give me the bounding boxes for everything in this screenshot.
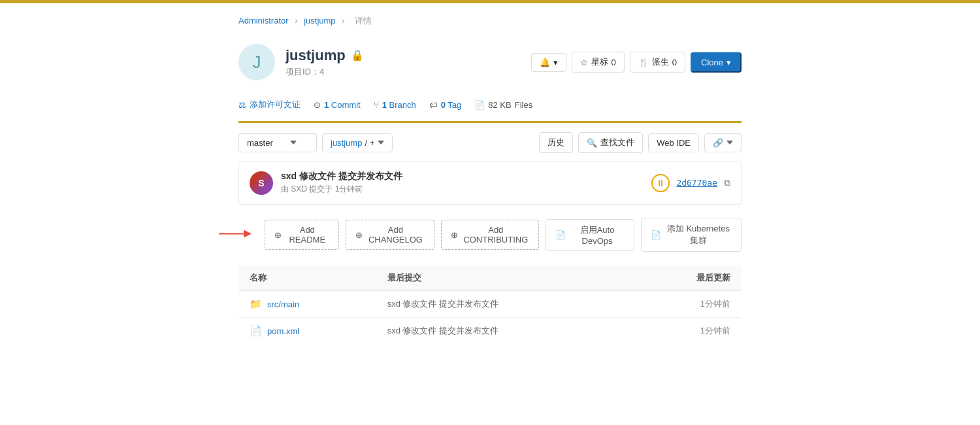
license-stat: ⚖ 添加许可文证 [238, 99, 301, 110]
table-row: 📄 pom.xml sxd 修改文件 提交并发布文件 1分钟前 [239, 318, 742, 345]
breadcrumb: Administrator › justjump › 详情 [0, 3, 980, 33]
add-kubernetes-button[interactable]: 📄 添加 Kubernetes 集群 [641, 218, 742, 252]
size-value: 82 KB [488, 100, 511, 110]
add-readme-label: Add README [286, 225, 329, 245]
commit-msg-srcmain: sxd 修改文件 提交并发布文件 [377, 291, 634, 318]
fork-button[interactable]: 🍴 派生 0 [630, 52, 685, 73]
star-label: 星标 [591, 56, 608, 68]
col-updated: 最后更新 [634, 265, 741, 291]
notify-dropdown-icon: ▾ [553, 58, 558, 67]
webide-button[interactable]: Web IDE [648, 133, 699, 152]
clone-button[interactable]: Clone ▾ [691, 52, 742, 73]
size-stat: 📄 82 KB Files [474, 100, 532, 110]
table-row: 📁 src/main sxd 修改文件 提交并发布文件 1分钟前 [239, 291, 742, 318]
branches-count: 1 [382, 100, 387, 110]
commit-info-bar: S sxd 修改文件 提交并发布文件 由 SXD 提交于 1分钟前 ⏸ 2d67… [238, 161, 742, 205]
doc-icon: 📄 [651, 230, 661, 240]
branches-label: Branch [389, 100, 416, 110]
commit-message: sxd 修改文件 提交并发布文件 [281, 171, 402, 182]
branch-selector[interactable]: master [238, 133, 317, 152]
add-changelog-label: Add CHANGELOG [367, 225, 425, 245]
files-label: Files [515, 100, 532, 110]
commits-stat: ⊙ 1 Commit [314, 100, 361, 110]
breadcrumb-project[interactable]: justjump [304, 16, 335, 26]
find-file-button[interactable]: 🔍 查找文件 [578, 132, 643, 153]
license-link[interactable]: 添加许可文证 [250, 99, 301, 110]
history-button[interactable]: 历史 [539, 132, 573, 153]
file-link-srcmain[interactable]: 📁 src/main [250, 298, 367, 310]
path-navigator: justjump / + [322, 133, 393, 152]
add-contributing-label: Add CONTRIBUTING [462, 225, 529, 245]
tags-count: 0 [441, 100, 446, 110]
project-id: 项目ID：4 [286, 66, 364, 78]
project-name: justjump [286, 47, 346, 64]
enable-autodevops-label: 启用Auto DevOps [570, 224, 624, 246]
breadcrumb-sep1: › [295, 16, 300, 26]
project-avatar: J [238, 44, 275, 80]
tags-link[interactable]: 0 Tag [441, 100, 462, 110]
branches-stat: ⑂ 1 Branch [374, 100, 416, 110]
add-kubernetes-label: 添加 Kubernetes 集群 [665, 223, 732, 246]
link-icon: 🔗 [713, 138, 723, 148]
commits-link[interactable]: 1 Commit [324, 100, 361, 110]
pipeline-status-icon[interactable]: ⏸ [651, 174, 670, 192]
plus-icon: ⊕ [451, 230, 458, 240]
add-readme-button[interactable]: ⊕ Add README [265, 220, 339, 250]
folder-icon: 📁 [250, 298, 262, 310]
files-icon: 📄 [474, 100, 485, 110]
enable-autodevops-button[interactable]: 📄 启用Auto DevOps [546, 219, 634, 251]
commits-icon: ⊙ [314, 100, 321, 110]
arrow-icon [219, 228, 252, 241]
commits-label: Commit [331, 100, 361, 110]
file-link-pomxml[interactable]: 📄 pom.xml [250, 325, 367, 337]
plus-icon: ⊕ [355, 230, 363, 240]
license-icon: ⚖ [238, 100, 246, 110]
add-dropdown-icon [378, 141, 384, 144]
fork-count: 0 [672, 58, 677, 67]
bell-icon: 🔔 [540, 58, 550, 67]
tag-icon: 🏷 [429, 100, 438, 110]
tags-stat: 🏷 0 Tag [429, 100, 462, 110]
commit-author-avatar: S [250, 171, 273, 195]
copy-hash-button[interactable]: ⧉ [724, 177, 730, 188]
commits-count: 1 [324, 100, 329, 110]
svg-marker-1 [244, 230, 252, 238]
add-changelog-button[interactable]: ⊕ Add CHANGELOG [346, 220, 435, 250]
star-icon: ☆ [580, 58, 588, 67]
col-name: 名称 [239, 265, 377, 291]
branch-name: master [247, 138, 273, 148]
path-separator: / [365, 138, 367, 148]
branch-icon: ⑂ [374, 100, 379, 110]
fork-label: 派生 [652, 56, 669, 68]
path-root-link[interactable]: justjump [331, 138, 362, 148]
breadcrumb-current: 详情 [355, 16, 372, 26]
more-dropdown-icon [727, 141, 733, 144]
clone-dropdown-icon: ▾ [727, 58, 731, 67]
commit-msg-pomxml: sxd 修改文件 提交并发布文件 [377, 318, 634, 345]
chevron-down-icon [290, 141, 297, 144]
star-count: 0 [612, 58, 616, 67]
plus-icon: ⊕ [274, 230, 282, 240]
clone-label: Clone [701, 58, 723, 67]
lock-icon: 🔒 [351, 49, 364, 61]
notify-button[interactable]: 🔔 ▾ [531, 53, 566, 72]
star-button[interactable]: ☆ 星标 0 [572, 52, 625, 73]
search-icon: 🔍 [587, 138, 597, 148]
branches-link[interactable]: 1 Branch [382, 100, 416, 110]
breadcrumb-admin[interactable]: Administrator [238, 16, 289, 26]
tags-label: Tag [448, 100, 461, 110]
add-contributing-button[interactable]: ⊕ Add CONTRIBUTING [441, 220, 539, 250]
updated-srcmain: 1分钟前 [634, 291, 741, 318]
more-button[interactable]: 🔗 [704, 133, 742, 152]
commit-hash-link[interactable]: 2d6770ae [676, 178, 717, 188]
doc-icon: 📄 [555, 230, 566, 240]
add-file-button[interactable]: + [370, 138, 384, 148]
file-name-text: pom.xml [267, 326, 299, 336]
updated-pomxml: 1分钟前 [634, 318, 741, 345]
arrow-indicator [219, 228, 252, 243]
file-icon: 📄 [250, 325, 262, 337]
fork-icon: 🍴 [638, 58, 649, 67]
file-name-text: src/main [267, 299, 299, 309]
breadcrumb-sep2: › [342, 16, 347, 26]
col-commit: 最后提交 [377, 265, 634, 291]
